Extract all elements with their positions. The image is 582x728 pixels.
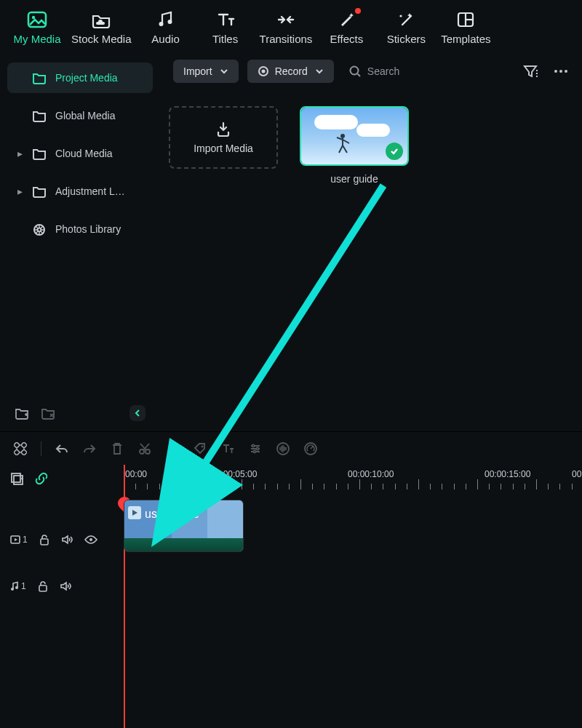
more-icon[interactable]	[553, 69, 569, 73]
timeline-ruler[interactable]: 00:00 00:00:05:00 00:00:10:00 00:00:15:0…	[124, 469, 582, 497]
svg-point-27	[252, 444, 254, 447]
sidebar-item-project-media[interactable]: Project Media	[7, 63, 153, 93]
audio-track-icon[interactable]: 1	[10, 581, 26, 591]
media-clip[interactable]: user guide	[300, 106, 409, 185]
ruler-label: 00:00	[125, 469, 147, 479]
new-folder-icon[interactable]	[15, 407, 29, 420]
timeline-toolbar	[0, 431, 582, 465]
sidebar-item-adjustment-layers[interactable]: ▸ Adjustment L…	[7, 176, 153, 207]
svg-point-2	[159, 22, 163, 26]
collapse-sidebar-icon[interactable]	[129, 405, 146, 421]
nav-label: Effects	[330, 33, 364, 45]
nav-titles[interactable]: Titles	[200, 9, 251, 45]
waveform-icon[interactable]	[276, 441, 290, 456]
nav-stickers[interactable]: Stickers	[380, 9, 431, 45]
nav-audio[interactable]: Audio	[140, 9, 191, 45]
svg-point-15	[559, 70, 562, 73]
ruler-tick	[466, 484, 466, 489]
ruler-label: 00:00:15:00	[485, 469, 530, 479]
link-icon[interactable]	[35, 472, 48, 485]
filter-icon[interactable]	[522, 64, 538, 79]
timeline[interactable]: 1 1 00:00 00:00:05:00 00:00:10:00 00:00:…	[0, 465, 582, 728]
svg-point-12	[350, 67, 358, 75]
folder-icon	[32, 71, 47, 84]
ruler-tick	[430, 484, 431, 489]
delete-folder-icon[interactable]	[41, 407, 55, 420]
nav-transitions[interactable]: Transitions	[260, 9, 313, 45]
ruler-tick	[407, 484, 407, 489]
nav-label: My Media	[13, 33, 60, 45]
image-icon	[27, 9, 47, 30]
visibility-icon[interactable]	[84, 535, 97, 544]
check-icon	[386, 143, 403, 160]
stickers-icon	[396, 9, 416, 30]
photos-library-icon	[32, 223, 47, 236]
record-button[interactable]: Record	[247, 60, 334, 83]
sidebar-item-cloud-media[interactable]: ▸ Cloud Media	[7, 138, 153, 169]
svg-point-36	[89, 538, 92, 541]
nav-label: Templates	[441, 33, 490, 45]
record-dot-icon	[258, 65, 269, 77]
mute-icon[interactable]	[60, 581, 71, 591]
sidebar-item-photos-library[interactable]: Photos Library	[7, 214, 153, 244]
thumbnail-figure	[335, 132, 351, 154]
nav-effects[interactable]: Effects	[321, 9, 372, 45]
ruler-tick	[206, 484, 207, 489]
svg-rect-21	[21, 449, 27, 455]
button-label: Import	[183, 65, 212, 77]
nav-label: Audio	[151, 33, 179, 45]
ruler-tick	[159, 484, 160, 489]
audio-detach-icon[interactable]	[165, 441, 180, 456]
audio-track-controls: 1	[0, 575, 124, 597]
ruler-label: 00:	[572, 469, 582, 479]
grid-icon[interactable]	[13, 441, 28, 456]
nav-label: Stickers	[387, 33, 426, 45]
sliders-icon[interactable]	[248, 441, 263, 456]
ruler-tick	[336, 484, 337, 489]
lock-icon[interactable]	[38, 580, 48, 592]
nav-templates[interactable]: Templates	[440, 9, 491, 45]
import-button[interactable]: Import	[173, 60, 239, 83]
nav-my-media[interactable]: My Media	[12, 9, 63, 45]
play-icon	[128, 506, 141, 519]
ruler-tick	[242, 479, 242, 489]
speed-icon[interactable]	[303, 441, 318, 456]
track-ops-row	[0, 468, 124, 489]
separator	[41, 441, 41, 456]
transitions-icon	[276, 9, 296, 30]
svg-line-13	[357, 74, 360, 77]
ruler-tick	[489, 484, 490, 489]
nav-stock-media[interactable]: Stock Media	[71, 9, 132, 45]
thumbnail-cloud	[314, 115, 358, 129]
add-track-icon[interactable]	[10, 472, 23, 485]
svg-rect-18	[14, 442, 20, 448]
expander-icon[interactable]: ▸	[17, 185, 23, 197]
button-label: Record	[275, 65, 308, 77]
ruler-tick	[559, 484, 560, 489]
ruler-tick	[501, 484, 501, 489]
video-track-controls: 1	[0, 529, 124, 551]
search-input[interactable]: Search	[343, 60, 508, 82]
ruler-tick	[194, 484, 195, 489]
sidebar-item-label: Project Media	[55, 72, 118, 84]
video-track-icon[interactable]: 1	[10, 535, 28, 545]
import-media-card[interactable]: Import Media	[169, 106, 278, 169]
ruler-tick	[289, 484, 290, 489]
timeline-clip[interactable]: user guide	[124, 500, 244, 552]
ruler-tick	[277, 484, 278, 489]
mute-icon[interactable]	[61, 535, 73, 545]
search-icon	[348, 65, 362, 78]
tag-icon[interactable]	[193, 441, 207, 456]
undo-icon[interactable]	[55, 441, 69, 456]
cut-icon[interactable]	[137, 441, 152, 456]
timeline-tracks[interactable]: 00:00 00:00:05:00 00:00:10:00 00:00:15:0…	[124, 465, 582, 728]
trash-icon[interactable]	[110, 441, 124, 456]
ruler-tick	[253, 484, 254, 489]
text-icon[interactable]	[220, 441, 235, 456]
lock-icon[interactable]	[39, 534, 49, 545]
clip-thumbnail[interactable]	[300, 106, 409, 166]
expander-icon[interactable]: ▸	[17, 148, 23, 159]
sidebar-item-label: Adjustment L…	[55, 185, 125, 197]
redo-icon[interactable]	[82, 441, 97, 456]
sidebar-item-global-media[interactable]: Global Media	[7, 100, 153, 131]
